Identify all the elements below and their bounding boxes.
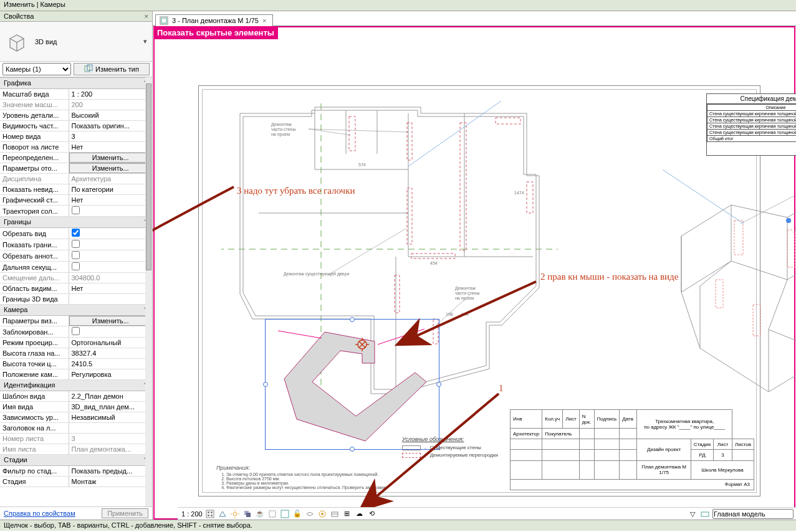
property-row[interactable]: Значение масш...200	[0, 100, 152, 110]
filter-icon[interactable]: ▽	[688, 509, 698, 519]
properties-scroll: Графика⌃Масштаб вида1 : 200Значение масш…	[0, 77, 152, 506]
property-row[interactable]: Поворот на листеНет	[0, 142, 152, 153]
svg-rect-57	[211, 515, 213, 516]
property-row[interactable]: Заголовок на л...	[0, 423, 152, 434]
property-row[interactable]: Видимость част...Показать ориги­н...	[0, 121, 152, 131]
property-checkbox[interactable]	[72, 229, 80, 237]
instance-selector[interactable]: Камеры (1)	[2, 63, 71, 75]
property-edit-button[interactable]: Изменить...	[69, 163, 153, 173]
property-group-header[interactable]: Стадии⌃	[0, 455, 152, 466]
canvas[interactable]: Показать скрытые элементы	[153, 26, 796, 520]
visual-style-icon[interactable]	[218, 509, 228, 519]
svg-rect-41	[753, 305, 760, 336]
property-row[interactable]: Траектория сол...	[0, 206, 152, 217]
property-row[interactable]: Показать невид...По категории	[0, 184, 152, 195]
crop-handle-left[interactable]	[263, 382, 268, 387]
property-row[interactable]: Зависимость ур...Независимый	[0, 412, 152, 423]
property-row[interactable]: Режим проецир...Ортогональный	[0, 338, 152, 348]
title-block: ИнвКол.учЛистN док.ПодписьДата Трехкомна…	[510, 409, 754, 490]
property-checkbox[interactable]	[72, 262, 80, 270]
unlock-icon[interactable]: 🔓	[292, 509, 302, 519]
sun-path-icon[interactable]	[230, 509, 240, 519]
property-row[interactable]: Номер вида3	[0, 131, 152, 142]
property-row[interactable]: Фильтр по стад...Показать преды­д...	[0, 466, 152, 477]
selected-3d-view[interactable]	[265, 319, 439, 450]
apply-button[interactable]: Применить	[102, 508, 148, 518]
property-row[interactable]: Показать грани...	[0, 239, 152, 250]
worksets2-icon[interactable]	[700, 509, 710, 519]
svg-rect-64	[246, 513, 251, 517]
svg-line-51	[378, 329, 424, 344]
property-row[interactable]: Номер листа3	[0, 434, 152, 444]
svg-point-68	[321, 513, 324, 515]
property-checkbox[interactable]	[72, 240, 80, 248]
property-row[interactable]: Графический ст...Нет	[0, 195, 152, 206]
close-icon[interactable]: ×	[145, 12, 148, 20]
property-checkbox[interactable]	[72, 251, 80, 259]
crop-handle-top[interactable]	[350, 317, 355, 322]
property-row[interactable]: Область видим...Нет	[0, 283, 152, 294]
svg-rect-54	[208, 511, 209, 513]
property-row[interactable]: СтадияМонтаж	[0, 477, 152, 487]
property-row[interactable]: Имя вида3D_вид_план дем...	[0, 402, 152, 412]
property-group-header[interactable]: Камера⌃	[0, 305, 152, 316]
annotation-3: 3 надо тут убрать все галочки	[237, 186, 355, 196]
svg-line-43	[794, 180, 796, 233]
svg-rect-17	[407, 188, 412, 244]
main-model-input[interactable]	[712, 509, 794, 519]
property-row[interactable]: Положение кам...Регулировка	[0, 369, 152, 380]
property-group-header[interactable]: Графика⌃	[0, 78, 152, 89]
property-row[interactable]: Дальняя секущ...	[0, 262, 152, 273]
properties-scrollbar[interactable]	[145, 77, 152, 506]
svg-text:1474: 1474	[514, 191, 524, 195]
property-edit-button[interactable]: Изменить...	[69, 153, 153, 163]
property-row[interactable]: Заблокирован...	[0, 326, 152, 338]
scrollbar-thumb[interactable]	[146, 83, 151, 270]
chevron-down-icon[interactable]: ▾	[143, 37, 147, 45]
property-row[interactable]: Шаблон вида2.2_План демон	[0, 391, 152, 402]
svg-rect-42	[716, 280, 723, 308]
crop-handle-bottom[interactable]	[350, 447, 355, 452]
worksets-icon[interactable]	[330, 509, 340, 519]
svg-marker-49	[284, 332, 426, 441]
property-group-header[interactable]: Границы⌃	[0, 217, 152, 228]
property-group-header[interactable]: Идентификация⌃	[0, 380, 152, 391]
property-row[interactable]: Параметры ото...Изменить...	[0, 163, 152, 174]
title-bar: Изменить | Камеры	[0, 0, 796, 11]
type-selector-row[interactable]: 3D вид ▾	[0, 22, 152, 62]
render-icon[interactable]: ☕	[255, 509, 265, 519]
shadows-icon[interactable]	[242, 509, 252, 519]
property-row[interactable]: Смещение даль...304800.0	[0, 273, 152, 283]
constraints-icon[interactable]: ⟲	[367, 509, 377, 519]
property-checkbox[interactable]	[72, 206, 80, 214]
properties-help-link[interactable]: Справка по свойствам	[4, 510, 75, 517]
property-row[interactable]: ДисциплинаАрхитектура	[0, 174, 152, 184]
svg-text:454: 454	[430, 261, 438, 265]
property-row[interactable]: Высота глаза на...38327.4	[0, 348, 152, 359]
property-edit-button[interactable]: Изменить...	[69, 316, 153, 326]
property-row[interactable]: Обрезать аннот...	[0, 250, 152, 262]
crop-icon[interactable]	[267, 509, 277, 519]
property-row[interactable]: Высота точки ц...2410.5	[0, 359, 152, 369]
main-model-selector: ▽	[688, 509, 794, 519]
crop-show-icon[interactable]	[280, 509, 290, 519]
analytical-icon[interactable]: ⊞	[342, 509, 352, 519]
edit-type-button[interactable]: Изменить тип	[74, 63, 150, 75]
property-row[interactable]: Параметры виз...Изменить...	[0, 316, 152, 326]
detail-icon[interactable]	[205, 509, 215, 519]
property-row[interactable]: Обрезать вид	[0, 228, 152, 239]
property-row[interactable]: Масштаб вида1 : 200	[0, 89, 152, 100]
view-tab[interactable]: 3 - План демонтажа М 1/75 ×	[155, 14, 273, 26]
crop-handle-right[interactable]	[436, 382, 441, 387]
drawing-panel: 3 - План демонтажа М 1/75 × Показать скр…	[153, 11, 796, 520]
property-row[interactable]: Уровень детали...Высокий	[0, 110, 152, 121]
property-row[interactable]: Границы 3D вида	[0, 294, 152, 305]
close-tab-icon[interactable]: ×	[262, 17, 266, 24]
property-checkbox[interactable]	[72, 327, 80, 335]
scale-label[interactable]: 1 : 200	[181, 510, 203, 518]
cloud-icon[interactable]: ☁	[355, 509, 365, 519]
reveal-icon[interactable]	[317, 509, 327, 519]
temp-hide-icon[interactable]	[305, 509, 315, 519]
property-row[interactable]: Переопределен...Изменить...	[0, 153, 152, 163]
property-row[interactable]: Имя листаПлан демонтажа...	[0, 444, 152, 455]
